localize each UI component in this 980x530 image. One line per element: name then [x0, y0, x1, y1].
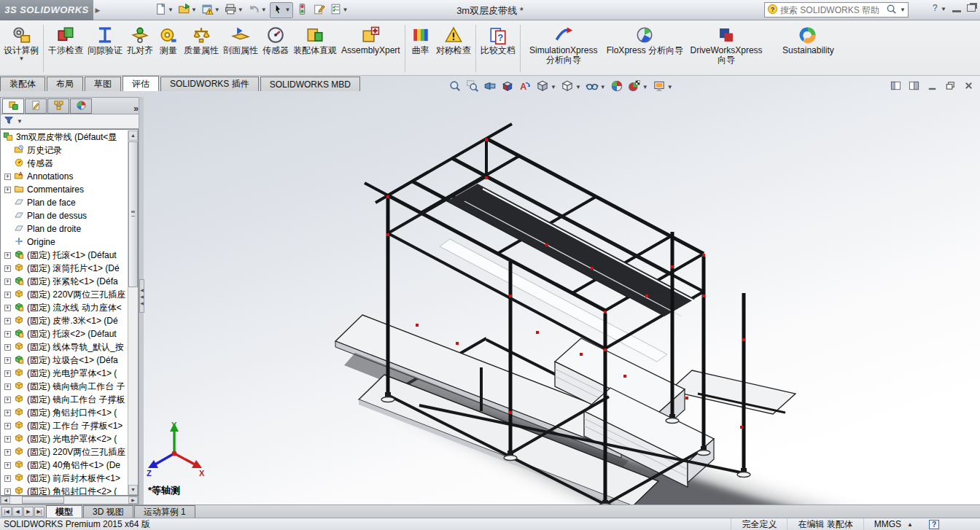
tree-item[interactable]: +Commentaires [1, 183, 128, 196]
ribbon-button-assembly-visualization[interactable]: 装配体直观 [291, 22, 339, 75]
expand-icon[interactable]: + [4, 187, 11, 193]
expand-icon[interactable]: + [4, 488, 11, 495]
dropdown-caret-icon[interactable]: ▼ [285, 7, 291, 13]
doc-restore-button[interactable] [945, 80, 956, 93]
bottom-tab-运动算例 1[interactable]: 运动算例 1 [134, 505, 195, 518]
apply-scene-button[interactable]: ▼ [628, 79, 648, 95]
restore-button[interactable] [967, 4, 976, 12]
tree-item[interactable]: +(固定) 镜向工作台 子撑板 [1, 393, 128, 406]
tree-item[interactable]: +(固定) 前后封木板件<1> [1, 472, 128, 485]
dropdown-caret-icon[interactable]: ▼ [168, 7, 174, 13]
panel-splitter[interactable]: ◀◀◀ [139, 97, 144, 504]
tree-item[interactable]: +(固定) 垃圾合<1> (Défa [1, 354, 128, 367]
display-style-button[interactable]: ▼ [561, 79, 581, 95]
dropdown-caret-icon[interactable]: ▼ [667, 84, 673, 90]
ribbon-button-curvature[interactable]: 曲率 [408, 22, 434, 75]
tree-item[interactable]: +(固定) 工作台 子撑板<1> [1, 419, 128, 432]
expand-icon[interactable]: + [4, 252, 11, 259]
status-help-icon[interactable]: ? [929, 520, 939, 529]
tree-item[interactable]: 传感器 [1, 157, 128, 170]
featuremanager-tab[interactable] [2, 98, 24, 114]
ribbon-button-compare-documents[interactable]: ?比较文档 [478, 22, 518, 75]
scroll-up-icon[interactable]: ▲ [128, 130, 138, 141]
tab-草图[interactable]: 草图 [85, 77, 121, 91]
expand-icon[interactable]: + [4, 423, 11, 429]
tree-item[interactable]: +(固定) 40角铝件<1> (De [1, 459, 128, 472]
expand-icon[interactable]: + [4, 174, 11, 180]
tab-nav-last-icon[interactable]: ▶| [34, 507, 44, 517]
tree-item[interactable]: +(固定) 滚筒托片<1> (Dé [1, 262, 128, 275]
tab-布局[interactable]: 布局 [47, 77, 83, 91]
tab-nav-prev-icon[interactable]: ◀ [12, 507, 23, 517]
filter-dropdown-icon[interactable]: ▼ [17, 118, 23, 125]
tree-item[interactable]: Plan de droite [1, 222, 128, 235]
tree-item[interactable]: Origine [1, 235, 128, 249]
ribbon-button-sensors[interactable]: 传感器 [260, 22, 291, 75]
minimize-button[interactable] [952, 10, 961, 12]
expand-icon[interactable]: + [4, 383, 11, 390]
logo-expand-icon[interactable]: ▶ [93, 0, 102, 20]
view-orientation-button[interactable]: ▼ [536, 79, 556, 95]
ribbon-button-assembly-xpert[interactable]: AssemblyXpert [339, 22, 402, 75]
expand-icon[interactable]: + [4, 357, 11, 364]
expand-icon[interactable]: + [4, 318, 11, 324]
scroll-down-icon[interactable]: ▼ [128, 485, 138, 495]
doc-close-button[interactable] [963, 80, 974, 93]
dropdown-caret-icon[interactable]: ▼ [343, 7, 349, 13]
dropdown-caret-icon[interactable]: ▼ [600, 84, 606, 90]
tree-vertical-scrollbar[interactable]: ▲ ▼ [128, 130, 138, 495]
ribbon-button-design-study[interactable]: 设计算例▼ [1, 22, 41, 75]
expand-icon[interactable]: + [4, 331, 11, 338]
tree-item[interactable]: +(固定) 流水线 动力座体< [1, 301, 128, 314]
expand-icon[interactable]: + [4, 344, 11, 351]
ribbon-button-section-properties[interactable]: 剖面属性 [221, 22, 260, 75]
dropdown-caret-icon[interactable]: ▼ [19, 55, 25, 62]
search-icon[interactable] [886, 4, 897, 17]
tree-item[interactable]: Plan de dessus [1, 209, 128, 222]
pane-split-button[interactable] [909, 80, 919, 93]
bottom-tab-3D 视图[interactable]: 3D 视图 [83, 505, 133, 518]
tree-item[interactable]: +(固定) 角铝封口件<1> ( [1, 406, 128, 419]
select-button[interactable]: ▼ [270, 2, 293, 18]
print-button[interactable]: ▼ [223, 2, 245, 18]
tree-item[interactable]: +AAnnotations [1, 170, 128, 183]
tree-item[interactable]: 历史记录 [1, 144, 128, 157]
ribbon-button-hole-alignment[interactable]: 孔对齐 [125, 22, 155, 75]
dropdown-caret-icon[interactable]: ▼ [575, 84, 581, 90]
tree-item[interactable]: +(固定) 光电护罩体<2> ( [1, 432, 128, 445]
tree-item[interactable]: +(固定) 托滚<1> (Défaut [1, 249, 128, 262]
tree-hscroll-thumb[interactable] [22, 496, 64, 504]
filter-funnel-icon[interactable] [4, 115, 14, 128]
expand-icon[interactable]: + [4, 462, 11, 469]
hide-show-items-button[interactable]: ▼ [586, 79, 606, 95]
tree-item[interactable]: +(固定) 托滚<2> (Défaut [1, 327, 128, 340]
tab-评估[interactable]: 评估 [122, 76, 159, 91]
tab-nav-first-icon[interactable]: |◀ [1, 507, 12, 517]
edit-note-button[interactable] [311, 2, 327, 18]
zoom-to-area-button[interactable] [466, 79, 479, 95]
expand-icon[interactable]: + [4, 370, 11, 377]
configurationmanager-tab[interactable] [47, 98, 69, 114]
tab-SOLIDWORKS MBD[interactable]: SOLIDWORKS MBD [260, 77, 360, 91]
scroll-right-icon[interactable]: ▶ [128, 496, 138, 504]
expand-icon[interactable]: + [4, 475, 11, 482]
new-document-button[interactable]: ▼ [153, 2, 175, 18]
graphics-area[interactable]: A▼▼▼▼▼ Y X Z *等轴测 [144, 76, 980, 504]
tree-item[interactable]: Plan de face [1, 196, 128, 209]
search-input[interactable] [780, 5, 884, 15]
tree-scroll-thumb[interactable] [128, 141, 138, 287]
ribbon-button-interference-check[interactable]: 干涉检查 [46, 22, 85, 75]
tree-item[interactable]: +(固定) 光电护罩体<1> ( [1, 367, 128, 380]
expand-icon[interactable]: + [4, 436, 11, 443]
dynamic-annotation-views-button[interactable]: A [518, 79, 532, 95]
displaymanager-tab[interactable] [70, 98, 92, 114]
tree-item[interactable]: +(固定) 线体导轨_默认_按 [1, 340, 128, 354]
doc-minimize-button[interactable] [927, 80, 938, 93]
save-button[interactable]: ▼ [200, 2, 222, 18]
scroll-left-icon[interactable]: ◀ [1, 496, 10, 504]
tab-SOLIDWORKS 插件[interactable]: SOLIDWORKS 插件 [160, 77, 259, 91]
ribbon-button-mass-properties[interactable]: 质量属性 [182, 22, 221, 75]
tree-item[interactable]: +(固定) 张紧轮<1> (Défa [1, 275, 128, 288]
section-view-button[interactable] [501, 79, 514, 95]
expand-icon[interactable]: + [4, 292, 11, 298]
